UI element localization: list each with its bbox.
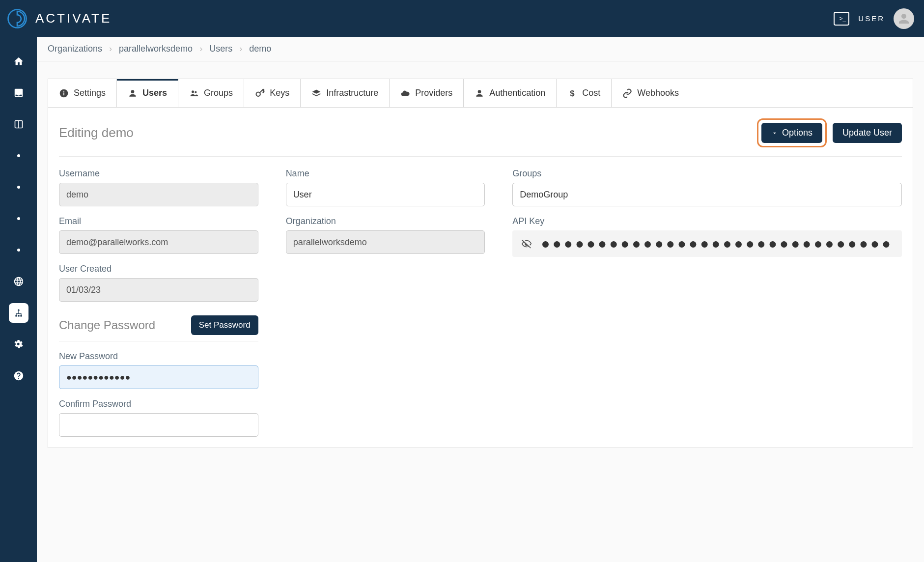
options-button[interactable]: Options xyxy=(761,123,822,143)
chevron-right-icon: › xyxy=(199,44,202,54)
svg-text:$: $ xyxy=(570,88,575,98)
tab-cost[interactable]: $ Cost xyxy=(557,79,612,107)
groups-icon xyxy=(189,88,199,98)
info-icon xyxy=(59,88,69,98)
field-email: Email xyxy=(59,216,258,254)
tab-webhooks[interactable]: Webhooks xyxy=(612,79,690,107)
field-username: Username xyxy=(59,169,258,206)
breadcrumb-org-name[interactable]: parallelworksdemo xyxy=(119,44,193,54)
new-password-label: New Password xyxy=(59,351,258,362)
tab-groups[interactable]: Groups xyxy=(178,79,244,107)
key-icon xyxy=(255,88,265,98)
field-organization: Organization xyxy=(286,216,485,254)
chevron-right-icon: › xyxy=(239,44,242,54)
tab-infrastructure[interactable]: Infrastructure xyxy=(301,79,390,107)
breadcrumb-organizations[interactable]: Organizations xyxy=(48,44,102,54)
user-avatar[interactable] xyxy=(894,8,914,29)
breadcrumb-users[interactable]: Users xyxy=(209,44,232,54)
sidebar-dot-3[interactable] xyxy=(9,209,28,228)
breadcrumb: Organizations › parallelworksdemo › User… xyxy=(37,37,924,61)
svg-rect-8 xyxy=(63,92,64,95)
panel: Editing demo Options Update User xyxy=(48,107,913,448)
apikey-box: ●●●●●●●●●●●●●●●●●●●●●●●●●●●●●●● xyxy=(512,230,902,257)
header-right: >_ USER xyxy=(834,8,914,29)
sidebar-dot-2[interactable] xyxy=(9,177,28,197)
name-input[interactable] xyxy=(286,183,485,206)
options-highlight: Options xyxy=(757,118,827,147)
panel-title: Editing demo xyxy=(59,125,134,140)
tab-users[interactable]: Users xyxy=(117,79,178,107)
sidebar-dot-1[interactable] xyxy=(9,146,28,166)
svg-point-3 xyxy=(18,309,19,311)
sidebar-panels[interactable] xyxy=(9,114,28,134)
tab-label: Authentication xyxy=(489,88,545,98)
tab-settings[interactable]: Settings xyxy=(48,79,117,107)
tab-label: Groups xyxy=(204,88,233,98)
form-col-3: Groups API Key ●●●●●●●●●●●●●●●●●●●●●●●●●… xyxy=(512,169,902,437)
breadcrumb-current[interactable]: demo xyxy=(249,44,271,54)
tab-label: Providers xyxy=(415,88,452,98)
email-input xyxy=(59,230,258,254)
sidebar-dot-4[interactable] xyxy=(9,240,28,260)
username-input xyxy=(59,183,258,206)
app-header: ACTIVATE >_ USER xyxy=(0,0,924,37)
sidebar-settings[interactable] xyxy=(9,335,28,354)
panel-header: Editing demo Options Update User xyxy=(59,118,902,157)
svg-point-9 xyxy=(63,90,64,91)
terminal-button[interactable]: >_ xyxy=(834,12,849,26)
cloud-icon xyxy=(400,88,410,98)
field-apikey: API Key ●●●●●●●●●●●●●●●●●●●●●●●●●●●●●●● xyxy=(512,216,902,257)
apikey-label: API Key xyxy=(512,216,902,226)
tab-label: Webhooks xyxy=(637,88,679,98)
terminal-icon: >_ xyxy=(839,15,846,22)
confirm-password-label: Confirm Password xyxy=(59,399,258,409)
update-user-button[interactable]: Update User xyxy=(833,123,902,143)
svg-rect-6 xyxy=(20,315,22,316)
set-password-button[interactable]: Set Password xyxy=(191,315,258,335)
org-input xyxy=(286,230,485,254)
form-col-2: Name Organization xyxy=(286,169,485,437)
svg-rect-5 xyxy=(18,315,19,316)
svg-point-12 xyxy=(195,91,196,93)
tab-label: Keys xyxy=(270,88,289,98)
chevron-right-icon: › xyxy=(109,44,112,54)
new-password-input[interactable] xyxy=(59,365,258,389)
created-label: User Created xyxy=(59,264,258,274)
auth-icon xyxy=(475,88,484,98)
user-label: USER xyxy=(858,14,885,23)
sidebar xyxy=(0,37,37,562)
svg-rect-4 xyxy=(15,315,17,316)
svg-point-11 xyxy=(192,90,194,93)
password-section-header: Change Password Set Password xyxy=(59,315,258,341)
sidebar-inbox[interactable] xyxy=(9,83,28,103)
groups-input[interactable] xyxy=(512,183,902,206)
user-icon xyxy=(128,88,138,98)
link-icon xyxy=(622,88,632,98)
chevron-down-icon xyxy=(771,130,778,137)
confirm-password-input[interactable] xyxy=(59,413,258,437)
field-new-password: New Password xyxy=(59,351,258,389)
sidebar-home[interactable] xyxy=(9,52,28,71)
panel-actions: Options Update User xyxy=(757,118,902,147)
created-input xyxy=(59,278,258,302)
email-label: Email xyxy=(59,216,258,226)
sidebar-org[interactable] xyxy=(9,303,28,323)
eye-off-icon[interactable] xyxy=(521,238,532,249)
set-password-label: Set Password xyxy=(199,320,251,330)
sidebar-help[interactable] xyxy=(9,366,28,386)
svg-point-10 xyxy=(131,90,135,93)
field-groups: Groups xyxy=(512,169,902,206)
apikey-masked: ●●●●●●●●●●●●●●●●●●●●●●●●●●●●●●● xyxy=(541,235,893,252)
tab-providers[interactable]: Providers xyxy=(390,79,464,107)
layers-icon xyxy=(311,88,321,98)
sidebar-globe[interactable] xyxy=(9,272,28,291)
svg-point-14 xyxy=(478,90,481,93)
tab-label: Cost xyxy=(582,88,600,98)
tab-label: Settings xyxy=(74,88,106,98)
form-col-1: Username Email User Created Change xyxy=(59,169,258,437)
main-content: Organizations › parallelworksdemo › User… xyxy=(37,37,924,562)
username-label: Username xyxy=(59,169,258,179)
tab-keys[interactable]: Keys xyxy=(244,79,301,107)
brand: ACTIVATE xyxy=(5,6,112,31)
tab-authentication[interactable]: Authentication xyxy=(464,79,557,107)
